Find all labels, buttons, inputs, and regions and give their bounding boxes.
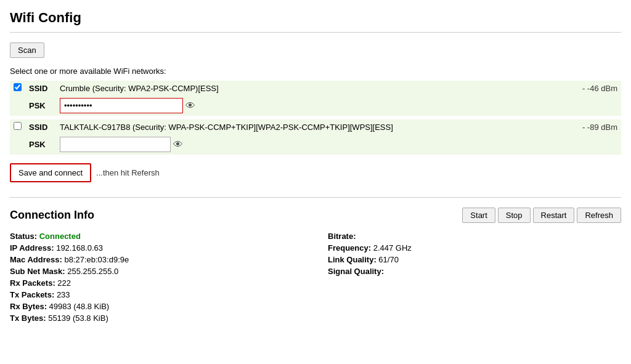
network-1-signal: - -46 dBm [558, 81, 621, 95]
network-row-2-psk: PSK 👁 [10, 134, 621, 155]
bitrate-label: Bitrate: [328, 232, 356, 241]
network-2-ssid-value: TALKTALK-C917B8 (Security: WPA-PSK-CCMP+… [56, 119, 558, 134]
frequency-value: 2.447 GHz [373, 243, 412, 253]
tx-bytes-label: Tx Bytes: [10, 313, 46, 323]
status-row: Status: Connected [10, 232, 303, 241]
restart-button[interactable]: Restart [533, 208, 575, 223]
save-hint-text: ...then hit Refersh [96, 168, 160, 177]
start-button[interactable]: Start [462, 208, 495, 223]
actions-row: Save and connect ...then hit Refersh [10, 163, 621, 182]
network-1-psk-container: 👁 [60, 98, 617, 113]
tx-bytes-value: 55139 (53.8 KiB) [48, 313, 108, 323]
network-row-2: SSID TALKTALK-C917B8 (Security: WPA-PSK-… [10, 119, 621, 134]
select-networks-label: Select one or more available WiFi networ… [10, 67, 621, 76]
network-1-ssid-label: SSID [25, 81, 56, 95]
subnet-value: 255.255.255.0 [67, 267, 118, 276]
frequency-row: Frequency: 2.447 GHz [328, 243, 621, 253]
link-quality-label: Link Quality: [328, 255, 377, 264]
rx-packets-value: 222 [57, 278, 71, 288]
ip-label: IP Address: [10, 243, 54, 253]
wifi-networks-table: SSID Crumble (Security: WPA2-PSK-CCMP)[E… [10, 81, 621, 155]
network-2-signal: - -89 dBm [558, 119, 621, 134]
network-2-checkbox[interactable] [14, 122, 22, 130]
bitrate-row: Bitrate: [328, 232, 621, 241]
subnet-label: Sub Net Mask: [10, 267, 65, 276]
status-value: Connected [39, 232, 81, 241]
mac-label: Mac Address: [10, 255, 62, 264]
network-2-ssid-label: SSID [25, 119, 56, 134]
connection-buttons: Start Stop Restart Refresh [462, 208, 621, 223]
stop-button[interactable]: Stop [498, 208, 531, 223]
network-1-checkbox[interactable] [14, 83, 22, 91]
mac-row: Mac Address: b8:27:eb:03:d9:9e [10, 255, 303, 264]
connection-info-section: Connection Info Start Stop Restart Refre… [10, 208, 621, 325]
tx-packets-label: Tx Packets: [10, 290, 54, 299]
network-1-psk-toggle[interactable]: 👁 [185, 100, 195, 111]
save-connect-button[interactable]: Save and connect [10, 163, 91, 182]
connection-header: Connection Info Start Stop Restart Refre… [10, 208, 621, 223]
signal-quality-label: Signal Quality: [328, 267, 384, 276]
signal-quality-row: Signal Quality: [328, 267, 621, 276]
network-1-checkbox-cell[interactable] [10, 81, 25, 95]
rx-bytes-row: Rx Bytes: 49983 (48.8 KiB) [10, 302, 303, 311]
rx-bytes-value: 49983 (48.8 KiB) [49, 302, 110, 311]
scan-button[interactable]: Scan [10, 42, 44, 58]
network-row-1: SSID Crumble (Security: WPA2-PSK-CCMP)[E… [10, 81, 621, 95]
network-1-psk-input[interactable] [60, 98, 183, 113]
tx-packets-value: 233 [57, 290, 70, 299]
mac-value: b8:27:eb:03:d9:9e [64, 255, 129, 264]
link-quality-row: Link Quality: 61/70 [328, 255, 621, 264]
status-label: Status: [10, 232, 37, 241]
ip-value: 192.168.0.63 [56, 243, 103, 253]
network-2-checkbox-cell[interactable] [10, 119, 25, 134]
rx-packets-row: Rx Packets: 222 [10, 278, 303, 288]
network-2-psk-input[interactable] [60, 137, 171, 152]
page-title: Wifi Config [10, 10, 621, 33]
network-2-psk-container: 👁 [60, 137, 617, 152]
network-1-psk-label: PSK [25, 95, 56, 116]
network-2-psk-label: PSK [25, 134, 56, 155]
conn-info-right: Bitrate: Frequency: 2.447 GHz Link Quali… [328, 232, 621, 325]
rx-packets-label: Rx Packets: [10, 278, 55, 288]
tx-packets-row: Tx Packets: 233 [10, 290, 303, 299]
link-quality-value: 61/70 [378, 255, 399, 264]
network-1-ssid-value: Crumble (Security: WPA2-PSK-CCMP)[ESS] [56, 81, 558, 95]
ip-row: IP Address: 192.168.0.63 [10, 243, 303, 253]
connection-info-title: Connection Info [10, 209, 94, 222]
rx-bytes-label: Rx Bytes: [10, 302, 47, 311]
subnet-row: Sub Net Mask: 255.255.255.0 [10, 267, 303, 276]
frequency-label: Frequency: [328, 243, 371, 253]
connection-info-grid: Status: Connected IP Address: 192.168.0.… [10, 232, 621, 325]
section-divider [10, 197, 621, 198]
refresh-button[interactable]: Refresh [577, 208, 621, 223]
tx-bytes-row: Tx Bytes: 55139 (53.8 KiB) [10, 313, 303, 323]
network-2-psk-toggle[interactable]: 👁 [173, 139, 183, 150]
network-row-1-psk: PSK 👁 [10, 95, 621, 116]
conn-info-left: Status: Connected IP Address: 192.168.0.… [10, 232, 303, 325]
